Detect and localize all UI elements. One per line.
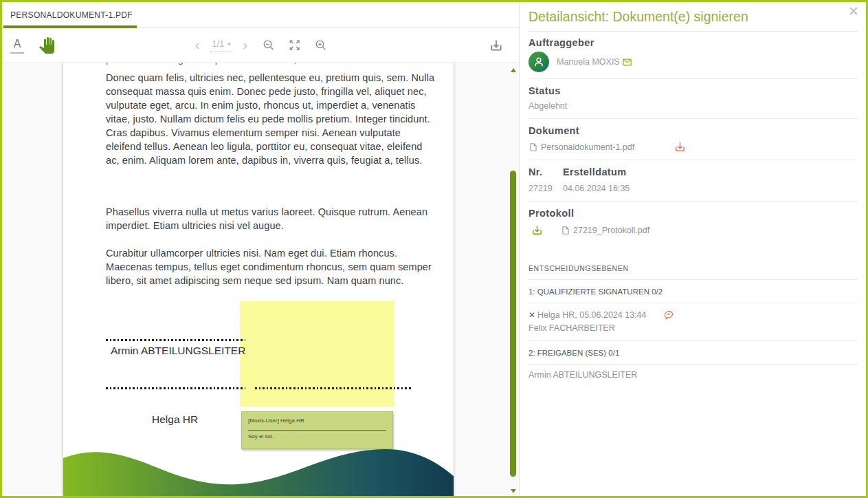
- protokoll-label: Protokoll: [528, 208, 858, 219]
- scroll-up-icon[interactable]: [511, 68, 516, 72]
- document-filename: Personaldokument-1.pdf: [541, 142, 634, 152]
- pan-hand-icon[interactable]: [36, 35, 57, 56]
- erstelldatum-value: 04.06.2024 16:35: [563, 184, 630, 193]
- text-annotation-icon[interactable]: A: [10, 37, 24, 54]
- download-protokoll-icon[interactable]: [531, 224, 543, 236]
- annotation-divider: [248, 430, 386, 431]
- signature-label-helga: Helga HR: [152, 413, 198, 426]
- level-2-entry-1: Armin ABTEILUNGSLEITER: [528, 370, 858, 380]
- section-protokoll: Protokoll 27219_Protokoll.pdf: [528, 202, 858, 244]
- document-tabbar: PERSONALDOKUMENT-1.PDF: [2, 2, 519, 28]
- level-1-entry-2: Felix FACHARBEITER: [528, 323, 858, 333]
- next-page-icon[interactable]: ›: [238, 37, 253, 53]
- pdf-toolbar: A ‹ 1/1 ▾ ›: [2, 28, 519, 63]
- dokument-label: Dokument: [528, 125, 858, 136]
- caret-down-icon: ▾: [227, 41, 231, 47]
- auftraggeber-label: Auftraggeber: [528, 37, 858, 48]
- section-dokument: Dokument Personaldokument-1.pdf: [528, 119, 858, 160]
- signature-dotted-line-2-right: [255, 387, 413, 389]
- zoom-out-icon[interactable]: [258, 35, 279, 56]
- pdf-paragraph-3: Curabitur ullamcorper ultricies nisi. Na…: [106, 246, 436, 288]
- pdf-page: penatibus et magnis dis parturient monte…: [63, 63, 454, 496]
- zoom-in-icon[interactable]: [311, 35, 331, 56]
- fit-fullscreen-icon[interactable]: [285, 35, 305, 56]
- pdf-paragraph-2: Phasellus viverra nulla ut metus varius …: [106, 205, 436, 232]
- viewer-scrollbar: [509, 63, 518, 496]
- page-indicator-value: 1/1: [212, 39, 224, 49]
- section-status: Status Abgelehnt: [528, 79, 858, 119]
- pdf-clipped-text-line: penatibus et magnis dis parturient monte…: [106, 63, 436, 67]
- status-value: Abgelehnt: [528, 101, 858, 111]
- download-document-icon[interactable]: [486, 35, 507, 56]
- tab-label: PERSONALDOKUMENT-1.PDF: [10, 10, 133, 20]
- auftraggeber-name-row: Manuela MOXIS: [557, 57, 632, 67]
- pdf-viewer-pane: PERSONALDOKUMENT-1.PDF A ‹ 1/1 ▾ ›: [2, 2, 520, 496]
- protokoll-filename: 27219_Protokoll.pdf: [573, 226, 649, 235]
- protokoll-file-link[interactable]: 27219_Protokoll.pdf: [561, 226, 649, 235]
- signature-dotted-line-2-left: [106, 387, 245, 389]
- tab-personaldokument[interactable]: PERSONALDOKUMENT-1.PDF: [2, 2, 141, 28]
- level-2-title: 2: FREIGABEN (SES) 0/1: [528, 341, 858, 365]
- signature-field-highlight[interactable]: [240, 301, 394, 407]
- pdf-canvas-area: penatibus et magnis dis parturient monte…: [2, 63, 519, 496]
- pdf-paragraph-1: Donec quam felis, ultricies nec, pellent…: [106, 71, 436, 167]
- level-1-entries: ✕ Helga HR, 05.06.2024 13:44 Felix FACHA…: [528, 303, 858, 341]
- moxis-signing-window: PERSONALDOKUMENT-1.PDF A ‹ 1/1 ▾ ›: [0, 0, 868, 498]
- erstelldatum-label: Erstelldatum: [563, 166, 627, 177]
- level-1-entry-1: Helga HR, 05.06.2024 13:44: [537, 310, 646, 320]
- panel-title: Detailansicht: Dokument(e) signieren: [528, 2, 858, 32]
- entscheidungsebenen-label: ENTSCHEIDUNGSEBENEN: [528, 264, 858, 280]
- page-footer-wave-graphic: [63, 436, 454, 496]
- nr-value: 27219: [528, 184, 563, 193]
- avatar: [528, 52, 549, 72]
- document-file-link[interactable]: Personaldokument-1.pdf: [528, 142, 634, 152]
- page-navigation: ‹ 1/1 ▾ ›: [190, 35, 331, 56]
- detail-panel: ✕ Detailansicht: Dokument(e) signieren A…: [520, 2, 866, 496]
- scrollbar-thumb[interactable]: [510, 171, 516, 477]
- previous-page-icon[interactable]: ‹: [190, 37, 205, 53]
- section-nr-erstelldatum: Nr. Erstelldatum 27219 04.06.2024 16:35: [528, 160, 858, 202]
- level-1-title: 1: QUALIFIZIERTE SIGNATUREN 0/2: [528, 280, 858, 303]
- rejected-mark-icon: ✕: [528, 310, 535, 320]
- section-auftraggeber: Auftraggeber Manuela MOXIS: [528, 32, 858, 79]
- email-envelope-icon[interactable]: [622, 57, 632, 67]
- auftraggeber-name: Manuela MOXIS: [557, 57, 620, 67]
- signature-dotted-line-1: [106, 339, 245, 341]
- scroll-down-icon[interactable]: [511, 489, 516, 493]
- close-icon[interactable]: ✕: [848, 5, 859, 18]
- status-label: Status: [528, 85, 858, 96]
- rejection-comment-icon[interactable]: [663, 310, 674, 321]
- annotation-author: [Moxis-User] Helga HR: [248, 418, 386, 424]
- page-indicator-dropdown[interactable]: 1/1 ▾: [210, 39, 232, 52]
- download-rejected-document-icon[interactable]: [674, 141, 686, 153]
- signature-label-armin: Armin ABTEILUNGSLEITER: [111, 345, 245, 357]
- nr-label: Nr.: [528, 166, 563, 177]
